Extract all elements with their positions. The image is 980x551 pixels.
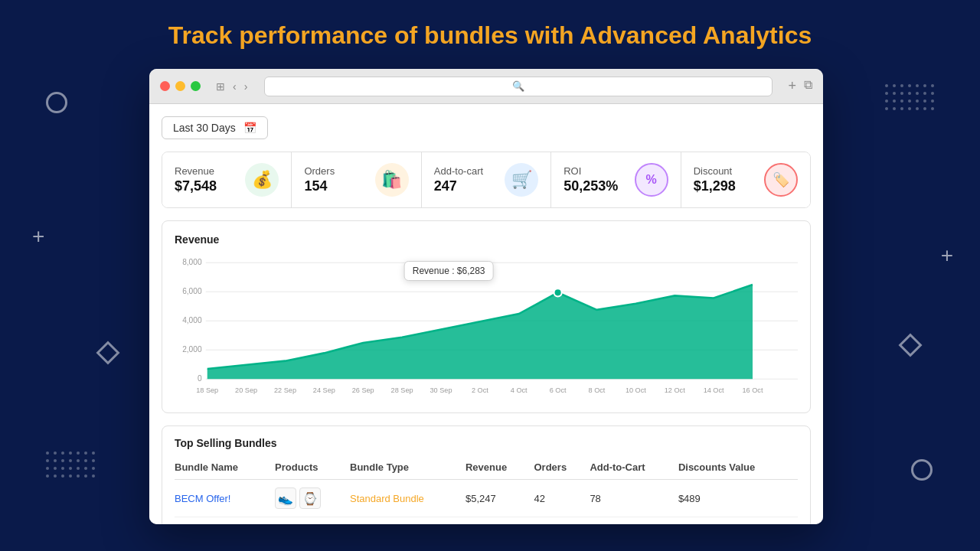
svg-text:6,000: 6,000 — [182, 287, 202, 295]
plus-decoration-2: + — [941, 245, 953, 266]
bundle-revenue-cell: $5,247 — [466, 480, 534, 517]
stat-card-discount: Discount $1,298 🏷️ — [681, 152, 810, 207]
stat-label-revenue: Revenue — [175, 165, 217, 177]
svg-text:26 Sep: 26 Sep — [352, 386, 374, 394]
product-icons: 👟 ⌚ — [275, 487, 344, 509]
col-discounts-value: Discounts Value — [678, 457, 798, 480]
product-icon-shoe: 👟 — [275, 487, 296, 509]
close-button[interactable] — [160, 81, 170, 91]
stat-info-discount: Discount $1,298 — [694, 165, 736, 194]
svg-text:18 Sep: 18 Sep — [196, 386, 218, 394]
stat-icon-roi: % — [635, 163, 668, 197]
stats-row: Revenue $7,548 💰 Orders 154 🛍️ — [162, 152, 811, 208]
revenue-chart-svg: 8,000 6,000 4,000 2,000 0 18 Sep 20 Sep … — [175, 255, 798, 400]
stat-label-discount: Discount — [694, 165, 736, 177]
svg-text:8 Oct: 8 Oct — [589, 386, 606, 394]
svg-text:6 Oct: 6 Oct — [550, 386, 567, 394]
chart-title: Revenue — [175, 233, 798, 246]
svg-text:12 Oct: 12 Oct — [665, 386, 685, 394]
stat-label-add-to-cart: Add-to-cart — [434, 165, 483, 177]
bundle-discounts-cell: $489 — [678, 480, 798, 517]
col-orders: Orders — [534, 457, 590, 480]
bundle-atc-cell: 78 — [590, 480, 678, 517]
stat-icon-orders: 🛍️ — [375, 163, 409, 197]
top-bundles-tbody: BECM Offer! 👟 ⌚ Standard Bundle $5,247 — [175, 480, 798, 517]
diamond-decoration-2 — [902, 337, 919, 354]
back-icon[interactable]: ‹ — [231, 79, 238, 94]
chart-section: Revenue 8,000 6,000 4,000 2,000 0 — [162, 220, 811, 413]
col-products: Products — [275, 457, 350, 480]
svg-text:16 Oct: 16 Oct — [743, 386, 763, 394]
diamond-decoration-1 — [100, 344, 116, 361]
dot-grid-1 — [46, 452, 95, 478]
plus-decoration-1: + — [32, 226, 44, 247]
stat-icon-add-to-cart: 🛒 — [505, 163, 538, 197]
stat-card-roi: ROI 50,253% % — [551, 152, 681, 207]
svg-text:0: 0 — [198, 374, 202, 383]
col-bundle-type: Bundle Type — [350, 457, 466, 480]
svg-text:22 Sep: 22 Sep — [274, 386, 296, 394]
stat-icon-discount: 🏷️ — [764, 163, 798, 197]
product-icon-watch: ⌚ — [299, 487, 321, 509]
address-bar[interactable]: 🔍 — [264, 77, 773, 96]
svg-point-10 — [554, 289, 562, 296]
stat-card-orders: Orders 154 🛍️ — [292, 152, 421, 207]
stat-value-discount: $1,298 — [694, 178, 736, 194]
traffic-lights — [160, 81, 201, 91]
svg-text:2 Oct: 2 Oct — [472, 386, 488, 394]
svg-text:14 Oct: 14 Oct — [704, 386, 724, 394]
svg-text:4 Oct: 4 Oct — [511, 386, 528, 394]
calendar-icon: 📅 — [243, 122, 256, 134]
browser-controls: ⊞ ‹ › — [214, 79, 249, 94]
chart-container: 8,000 6,000 4,000 2,000 0 18 Sep 20 Sep … — [175, 255, 798, 400]
page-title: Track performance of bundles with Advanc… — [0, 21, 980, 50]
stat-card-add-to-cart: Add-to-cart 247 🛒 — [422, 152, 551, 207]
col-bundle-name: Bundle Name — [175, 457, 275, 480]
svg-text:2,000: 2,000 — [182, 345, 202, 354]
search-icon: 🔍 — [512, 80, 524, 92]
circle-decoration-1 — [46, 92, 67, 113]
svg-text:4,000: 4,000 — [182, 316, 202, 324]
bundle-type-cell: Standard Bundle — [350, 480, 466, 517]
svg-text:28 Sep: 28 Sep — [391, 386, 413, 394]
stat-info-roi: ROI 50,253% — [564, 165, 618, 194]
svg-text:30 Sep: 30 Sep — [430, 386, 452, 394]
bundle-orders-cell: 42 — [534, 480, 590, 517]
stat-value-orders: 154 — [304, 178, 335, 194]
browser-toolbar: ⊞ ‹ › 🔍 + ⧉ — [149, 69, 823, 104]
bundle-products-cell: 👟 ⌚ — [275, 480, 350, 517]
date-filter-label: Last 30 Days — [173, 122, 236, 134]
new-tab-icon[interactable]: + — [788, 78, 796, 94]
date-filter[interactable]: Last 30 Days 📅 — [162, 116, 268, 139]
stat-icon-revenue: 💰 — [245, 163, 279, 197]
bundle-name-cell: BECM Offer! — [175, 480, 275, 517]
top-bundles-thead: Bundle Name Products Bundle Type Revenue… — [175, 457, 798, 480]
forward-icon[interactable]: › — [243, 79, 250, 94]
col-add-to-cart: Add-to-Cart — [590, 457, 678, 480]
top-bundles-table: Bundle Name Products Bundle Type Revenue… — [175, 457, 798, 517]
stat-card-revenue: Revenue $7,548 💰 — [162, 152, 292, 207]
table-row: BECM Offer! 👟 ⌚ Standard Bundle $5,247 — [175, 480, 798, 517]
dot-grid-2 — [885, 84, 934, 110]
browser-window: ⊞ ‹ › 🔍 + ⧉ Last 30 Days 📅 Revenue $7,54… — [149, 69, 823, 524]
stat-info-add-to-cart: Add-to-cart 247 — [434, 165, 483, 194]
bundle-name-link[interactable]: BECM Offer! — [175, 493, 230, 504]
svg-text:20 Sep: 20 Sep — [235, 386, 257, 394]
svg-text:24 Sep: 24 Sep — [313, 386, 335, 394]
bundle-type-label: Standard Bundle — [350, 493, 424, 504]
stat-value-revenue: $7,548 — [175, 178, 217, 194]
svg-text:10 Oct: 10 Oct — [626, 386, 646, 394]
tabs-icon[interactable]: ⧉ — [804, 78, 812, 94]
stat-label-roi: ROI — [564, 165, 618, 177]
minimize-button[interactable] — [175, 81, 185, 91]
stat-info-revenue: Revenue $7,548 — [175, 165, 217, 194]
col-revenue: Revenue — [466, 457, 534, 480]
maximize-button[interactable] — [191, 81, 201, 91]
top-bundles-section: Top Selling Bundles Bundle Name Products… — [162, 425, 811, 524]
browser-actions: + ⧉ — [788, 78, 812, 94]
windows-icon[interactable]: ⊞ — [214, 79, 227, 94]
svg-text:8,000: 8,000 — [182, 258, 202, 266]
circle-decoration-2 — [911, 459, 933, 481]
stat-label-orders: Orders — [304, 165, 335, 177]
stat-value-roi: 50,253% — [564, 178, 618, 194]
